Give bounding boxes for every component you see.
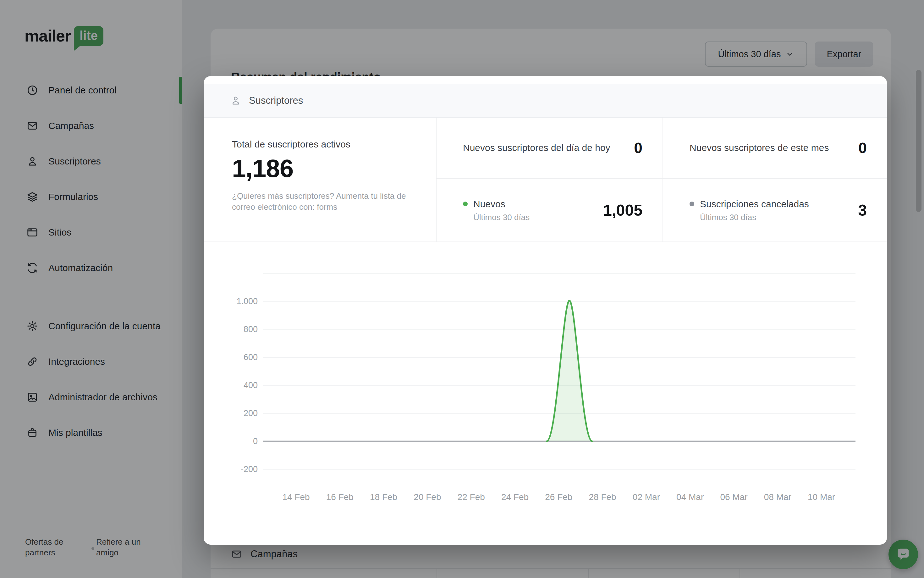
gray-dot [689,201,694,206]
svg-text:200: 200 [244,409,258,418]
svg-text:04 Mar: 04 Mar [676,492,704,502]
new-today-label: Nuevos suscriptores del día de hoy [463,143,634,153]
svg-text:22 Feb: 22 Feb [458,492,485,502]
cancelled-label: Suscripciones canceladas [700,199,809,209]
svg-text:26 Feb: 26 Feb [545,492,572,502]
svg-text:800: 800 [244,325,258,334]
new-month-label: Nuevos suscriptores de este mes [689,143,858,153]
svg-text:20 Feb: 20 Feb [414,492,441,502]
svg-text:600: 600 [244,352,258,362]
subscribers-stats-grid: Total de suscriptores activos 1,186 ¿Qui… [204,118,887,242]
subscribers-panel-header: Suscriptores [204,84,887,118]
subscribers-area-chart: 1.0008006004002000-20014 Feb16 Feb18 Feb… [204,252,887,510]
svg-text:18 Feb: 18 Feb [370,492,397,502]
svg-text:1.000: 1.000 [236,297,258,306]
new-this-month-cell: Nuevos suscriptores de este mes 0 [663,118,887,179]
svg-text:28 Feb: 28 Feb [589,492,616,502]
cancelled-period: Últimos 30 días [700,213,858,222]
new-30days-period: Últimos 30 días [473,213,603,222]
subscribers-panel-title: Suscriptores [249,95,303,106]
green-dot [463,201,468,206]
svg-text:24 Feb: 24 Feb [501,492,529,502]
total-active-subscribers-cell: Total de suscriptores activos 1,186 ¿Qui… [204,118,437,242]
new-today-cell: Nuevos suscriptores del día de hoy 0 [437,118,663,179]
app-root: mailer lite Panel de control Campañas [0,0,924,578]
total-label: Total de suscriptores activos [232,139,423,150]
svg-text:-200: -200 [241,464,258,474]
svg-text:08 Mar: 08 Mar [764,492,791,502]
svg-text:400: 400 [244,380,258,390]
new-month-value: 0 [858,139,867,157]
svg-text:14 Feb: 14 Feb [282,492,309,502]
cancelled-value: 3 [858,201,867,219]
new-30days-cell: Nuevos Últimos 30 días 1,005 [437,179,663,242]
svg-text:06 Mar: 06 Mar [720,492,748,502]
total-value: 1,186 [232,154,423,183]
new-today-value: 0 [634,139,642,157]
svg-text:10 Mar: 10 Mar [808,492,835,502]
svg-text:16 Feb: 16 Feb [326,492,354,502]
svg-text:02 Mar: 02 Mar [633,492,660,502]
cancelled-cell: Suscripciones canceladas Últimos 30 días… [663,179,887,242]
subscribers-spotlight-panel: Suscriptores Total de suscriptores activ… [204,76,887,545]
total-hint: ¿Quieres más suscriptores? Aumenta tu li… [232,191,414,213]
new-30days-label: Nuevos [473,199,505,209]
person-icon [230,95,241,106]
new-30days-value: 1,005 [603,201,642,219]
svg-text:0: 0 [253,437,258,446]
